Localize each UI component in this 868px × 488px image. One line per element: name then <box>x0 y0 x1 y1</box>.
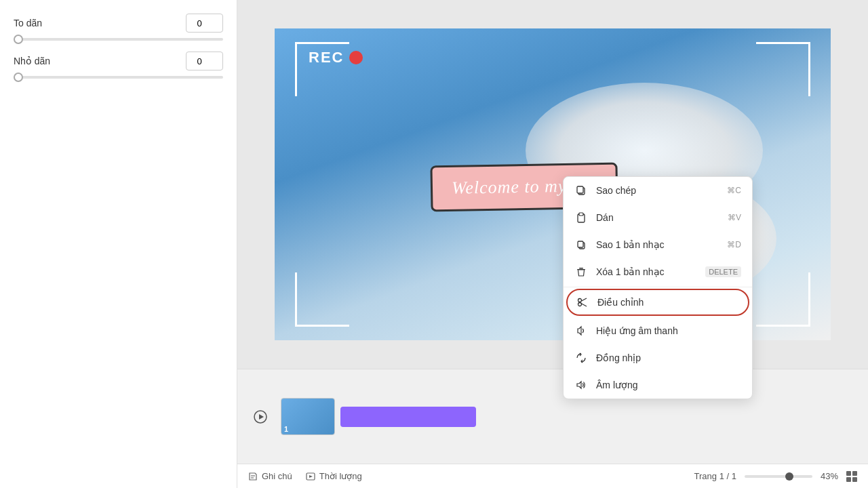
page-label: Trang 1 / 1 <box>694 471 736 481</box>
menu-dan-shortcut: ⌘V <box>728 213 741 222</box>
grid-view-icon[interactable] <box>846 471 857 482</box>
menu-sao-1-ban-shortcut: ⌘D <box>727 240 741 249</box>
corner-bl <box>295 272 349 327</box>
duplicate-icon <box>574 238 588 251</box>
menu-xoa-1-ban-label: Xóa 1 bản nhạc <box>596 266 697 277</box>
menu-dong-nhip-label: Đồng nhịp <box>596 352 741 363</box>
nho-dan-slider-track[interactable] <box>14 76 223 79</box>
context-menu: Sao chép ⌘C Dán ⌘V <box>563 176 753 399</box>
menu-dieu-chinh-label: Điều chỉnh <box>597 297 740 308</box>
svg-marker-13 <box>259 414 264 420</box>
paste-icon <box>574 211 588 224</box>
rec-dot <box>349 51 363 64</box>
to-dan-input[interactable] <box>186 14 223 33</box>
nho-dan-slider-thumb[interactable] <box>14 73 23 82</box>
menu-sao-1-ban-label: Sao 1 bản nhạc <box>596 239 719 250</box>
corner-tl <box>295 42 349 96</box>
audio-track[interactable] <box>340 407 476 427</box>
menu-sao-chep-shortcut: ⌘C <box>727 186 741 195</box>
svg-point-9 <box>578 303 582 306</box>
menu-sao-chep-label: Sao chép <box>596 185 719 196</box>
main-area: To dãn Nhỏ dãn <box>0 0 868 488</box>
nho-dan-input[interactable] <box>186 52 223 70</box>
svg-rect-3 <box>579 213 583 216</box>
menu-divider-1 <box>564 287 752 287</box>
menu-item-am-luong[interactable]: Âm lượng <box>564 371 752 399</box>
preview-area: REC Welcome to my life ∨ <box>237 0 868 369</box>
left-panel: To dãn Nhỏ dãn <box>0 0 237 488</box>
menu-am-luong-label: Âm lượng <box>596 380 741 390</box>
zoom-slider-thumb[interactable] <box>785 472 793 481</box>
timeline-track: 1 <box>281 398 857 435</box>
to-dan-slider-track[interactable] <box>14 38 223 41</box>
scissors-icon <box>576 296 589 309</box>
zoom-slider[interactable] <box>745 475 812 478</box>
play-button[interactable] <box>248 405 273 429</box>
corner-br <box>756 272 810 327</box>
to-dan-label: To dãn <box>14 18 42 28</box>
timeline-area: 1 <box>237 369 868 464</box>
svg-rect-7 <box>579 268 583 269</box>
menu-item-dieu-chinh[interactable]: Điều chỉnh <box>566 289 749 316</box>
sync-icon <box>574 351 588 365</box>
menu-dan-label: Dán <box>596 212 719 223</box>
to-dan-control: To dãn <box>14 14 223 41</box>
menu-item-hieu-ung[interactable]: Hiệu ứng âm thanh <box>564 317 752 344</box>
status-bar: Ghi chú Thời lượng Trang 1 / 1 43% <box>237 464 868 488</box>
thoi-luong-btn[interactable]: Thời lượng <box>306 471 362 481</box>
svg-rect-1 <box>577 186 583 193</box>
thumbnail-number: 1 <box>284 425 288 433</box>
svg-marker-17 <box>309 475 313 478</box>
volume-icon <box>574 378 588 392</box>
menu-xoa-1-ban-shortcut: DELETE <box>705 266 741 277</box>
svg-rect-5 <box>578 241 583 247</box>
svg-point-8 <box>578 299 582 302</box>
menu-item-sao-chep[interactable]: Sao chép ⌘C <box>564 177 752 204</box>
svg-rect-6 <box>577 269 585 270</box>
zoom-level: 43% <box>821 471 838 481</box>
to-dan-slider-thumb[interactable] <box>14 35 23 44</box>
timeline-thumbnail-1[interactable]: 1 <box>281 398 335 435</box>
nho-dan-label: Nhỏ dãn <box>14 56 50 66</box>
menu-item-dong-nhip[interactable]: Đồng nhịp <box>564 344 752 371</box>
ghi-chu-btn[interactable]: Ghi chú <box>248 471 292 481</box>
menu-item-sao-1-ban[interactable]: Sao 1 bản nhạc ⌘D <box>564 231 752 258</box>
menu-item-dan[interactable]: Dán ⌘V <box>564 204 752 231</box>
thoi-luong-label: Thời lượng <box>319 471 362 481</box>
right-area: REC Welcome to my life ∨ <box>237 0 868 488</box>
ghi-chu-label: Ghi chú <box>262 471 292 481</box>
status-bar-right: Trang 1 / 1 43% <box>694 471 857 482</box>
sound-icon <box>574 324 588 338</box>
trash-icon <box>574 265 588 279</box>
svg-line-11 <box>581 304 587 306</box>
status-bar-left: Ghi chú Thời lượng <box>248 471 362 481</box>
svg-line-10 <box>581 298 587 301</box>
nho-dan-control: Nhỏ dãn <box>14 52 223 79</box>
menu-hieu-ung-label: Hiệu ứng âm thanh <box>596 325 741 336</box>
menu-item-xoa-1-ban[interactable]: Xóa 1 bản nhạc DELETE <box>564 258 752 285</box>
corner-tr <box>756 42 810 96</box>
copy-icon <box>574 184 588 197</box>
